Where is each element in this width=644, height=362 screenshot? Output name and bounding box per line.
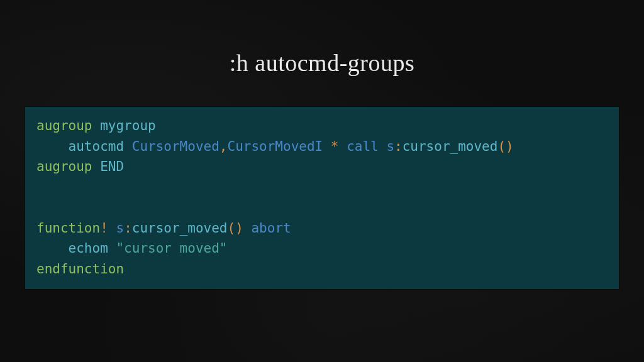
comma: , — [219, 139, 228, 154]
blank-line-2 — [36, 200, 45, 215]
group-name: mygroup — [100, 118, 156, 133]
slide: :h autocmd-groups augroup mygroup autocm… — [0, 0, 644, 362]
code-line-1: augroup mygroup — [36, 118, 156, 133]
code-line-6: echom "cursor moved" — [36, 241, 227, 256]
event-cursormovedi: CursorMovedI — [227, 139, 323, 154]
code-line-7: endfunction — [36, 261, 124, 277]
parens: () — [497, 139, 513, 154]
fn-name-2: cursor_moved — [132, 221, 228, 236]
keyword-autocmd: autocmd — [69, 139, 125, 154]
scope-s-2: s — [116, 221, 124, 236]
string-literal: "cursor moved" — [116, 241, 227, 256]
code-line-3: augroup END — [36, 159, 124, 174]
indent — [36, 139, 69, 154]
star-pattern: * — [323, 139, 347, 154]
end-token: END — [100, 159, 124, 174]
colon-2: : — [124, 221, 132, 236]
parens-2: () — [228, 221, 243, 236]
code-block: augroup mygroup autocmd CursorMoved,Curs… — [25, 107, 619, 289]
bang: ! — [100, 221, 108, 236]
keyword-abort: abort — [251, 221, 291, 236]
event-cursormoved: CursorMoved — [132, 139, 219, 154]
blank-line-1 — [36, 180, 45, 195]
scope-s: s — [386, 139, 394, 154]
colon: : — [394, 139, 402, 154]
fn-name: cursor_moved — [402, 139, 498, 154]
keyword-endfunction: endfunction — [36, 261, 124, 277]
code-line-2: autocmd CursorMoved,CursorMovedI * call … — [36, 139, 514, 154]
keyword-augroup-end: augroup — [36, 159, 92, 174]
keyword-echom: echom — [69, 241, 108, 256]
keyword-call: call — [347, 139, 379, 154]
keyword-function: function — [36, 221, 100, 236]
code-line-5: function! s:cursor_moved() abort — [36, 221, 291, 236]
slide-title: :h autocmd-groups — [0, 49, 644, 77]
keyword-augroup: augroup — [36, 118, 92, 133]
indent-2 — [36, 241, 69, 256]
